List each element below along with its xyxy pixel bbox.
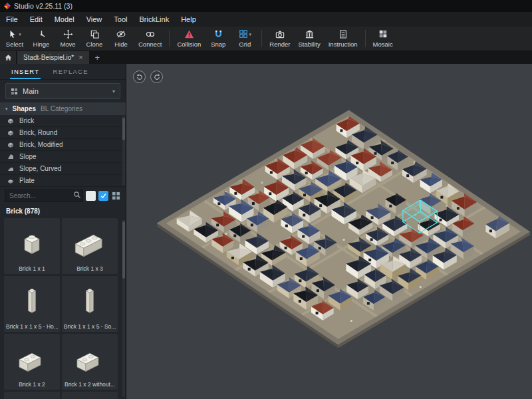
category-label: Brick	[19, 117, 34, 124]
category-scrollbar-thumb[interactable]	[122, 118, 125, 140]
category-label: Brick, Round	[19, 129, 57, 136]
model-selector-dropdown[interactable]: Main ▾	[5, 83, 120, 99]
category-list: Brick Brick, Round Brick, Modified Slope…	[0, 115, 126, 187]
camera-rotate-cw-button[interactable]	[150, 70, 163, 83]
menu-file[interactable]: File	[0, 12, 24, 27]
search-input[interactable]	[5, 190, 83, 202]
home-tab[interactable]	[0, 51, 16, 64]
menu-tool[interactable]: Tool	[108, 12, 133, 27]
hide-button[interactable]: Hide	[108, 27, 134, 51]
category-item-plate[interactable]: Plate	[0, 175, 126, 187]
category-item-slope-curved[interactable]: Slope, Curved	[0, 163, 126, 175]
rotate-cw-icon	[153, 73, 161, 81]
slope-curved-category-icon	[7, 166, 15, 172]
part-tile-brick-1x1x5-so[interactable]: Brick 1 x 1 x 5 - So...	[62, 276, 118, 332]
category-label: Brick, Modified	[19, 141, 63, 148]
part-tile-partial[interactable]	[4, 392, 60, 399]
document-tabbar: Stadt-Beispiel.io* × +	[0, 51, 532, 64]
slope-category-icon	[7, 154, 15, 160]
category-label: Slope	[19, 153, 37, 160]
part-thumbnail	[19, 278, 45, 323]
viewport-3d[interactable]	[126, 64, 532, 399]
filter-check-toggle[interactable]	[98, 191, 108, 201]
hinge-button[interactable]: Hinge	[28, 27, 55, 51]
part-thumbnail	[72, 394, 107, 399]
search-icon	[73, 191, 81, 199]
chevron-down-icon: ▾	[112, 88, 115, 94]
select-button[interactable]: ▾ Select	[1, 27, 28, 51]
building-icon	[305, 29, 315, 39]
button-label: Move	[60, 41, 75, 48]
collapse-chevron-icon[interactable]: ▾	[5, 106, 8, 112]
insert-tab[interactable]: INSERT	[5, 64, 45, 79]
part-thumbnail	[77, 278, 102, 323]
grid-view-button[interactable]	[111, 191, 121, 201]
menu-view[interactable]: View	[80, 12, 108, 27]
mosaic-button[interactable]: Mosaic	[369, 27, 397, 51]
document-tab-active[interactable]: Stadt-Beispiel.io* ×	[17, 51, 89, 64]
tab-title: Stadt-Beispiel.io*	[23, 54, 74, 61]
toolbar-separator	[365, 30, 366, 47]
tab-close-button[interactable]: ×	[78, 54, 82, 61]
cursor-icon	[8, 29, 17, 39]
model-3d-view[interactable]	[126, 64, 531, 399]
menu-bricklink[interactable]: BrickLink	[134, 12, 176, 27]
brick-category-icon	[7, 118, 15, 124]
button-label: Stability	[298, 41, 320, 48]
category-item-slope[interactable]: Slope	[0, 151, 126, 163]
window-titlebar: Studio v2.25.11 (3)	[0, 0, 532, 12]
category-item-brick[interactable]: Brick	[0, 115, 126, 127]
home-icon	[5, 54, 12, 61]
search-row	[0, 187, 126, 204]
document-icon	[338, 29, 348, 39]
button-label: Mosaic	[373, 41, 393, 48]
connect-button[interactable]: Connect	[134, 27, 166, 51]
parts-grid: Brick 1 x 1 Brick 1 x 3 Brick 1 x 1 x 5 …	[0, 217, 126, 399]
grid-icon	[239, 29, 248, 39]
connect-icon	[145, 29, 156, 39]
part-name: Brick 1 x 1 x 5 - Ho...	[6, 323, 58, 330]
part-name: Brick 1 x 2 without...	[65, 381, 115, 388]
toolbar-separator	[261, 30, 262, 47]
snap-button[interactable]: Snap	[205, 27, 231, 51]
parts-scrollbar-thumb[interactable]	[122, 221, 125, 279]
collision-warning-icon	[184, 29, 194, 39]
shapes-tab[interactable]: Shapes	[13, 105, 37, 112]
move-icon	[63, 29, 73, 39]
part-thumbnail	[17, 220, 47, 265]
camera-icon	[275, 29, 285, 39]
part-tile-brick-1x3[interactable]: Brick 1 x 3	[62, 218, 118, 274]
category-item-brick-round[interactable]: Brick, Round	[0, 127, 126, 139]
part-name: Brick 1 x 3	[76, 265, 103, 272]
clone-icon	[90, 29, 100, 39]
bl-categories-tab[interactable]: BL Categories	[41, 105, 82, 112]
collision-button[interactable]: Collision	[173, 27, 205, 51]
move-button[interactable]: Move	[55, 27, 81, 51]
part-tile-brick-1x1[interactable]: Brick 1 x 1	[4, 218, 60, 274]
clone-button[interactable]: Clone	[81, 27, 108, 51]
button-label: Render	[269, 41, 290, 48]
part-tile-brick-1x2-without[interactable]: Brick 1 x 2 without...	[62, 334, 118, 390]
rotate-ccw-icon	[136, 73, 144, 81]
part-tile-brick-1x2[interactable]: Brick 1 x 2	[4, 334, 60, 390]
stability-button[interactable]: Stability	[294, 27, 324, 51]
replace-tab[interactable]: REPLACE	[47, 64, 94, 79]
render-button[interactable]: Render	[265, 27, 294, 51]
category-item-brick-modified[interactable]: Brick, Modified	[0, 139, 126, 151]
plate-category-icon	[7, 178, 15, 184]
menu-model[interactable]: Model	[49, 12, 80, 27]
menu-edit[interactable]: Edit	[24, 12, 49, 27]
button-label: Select	[6, 41, 23, 48]
main-toolbar: ▾ Select Hinge Move Clone Hide Connect C…	[0, 27, 532, 51]
camera-rotate-ccw-button[interactable]	[133, 70, 146, 83]
part-name: Brick 1 x 1 x 5 - So...	[64, 323, 116, 330]
instruction-button[interactable]: Instruction	[325, 27, 362, 51]
part-tile-partial[interactable]	[62, 392, 118, 399]
model-icon	[11, 88, 18, 95]
button-label: Hinge	[33, 41, 50, 48]
grid-button[interactable]: ▾ Grid	[231, 27, 258, 51]
new-tab-button[interactable]: +	[89, 51, 106, 64]
color-filter-button[interactable]	[86, 191, 96, 201]
part-tile-brick-1x1x5-ho[interactable]: Brick 1 x 1 x 5 - Ho...	[4, 276, 60, 332]
menu-help[interactable]: Help	[175, 12, 202, 27]
